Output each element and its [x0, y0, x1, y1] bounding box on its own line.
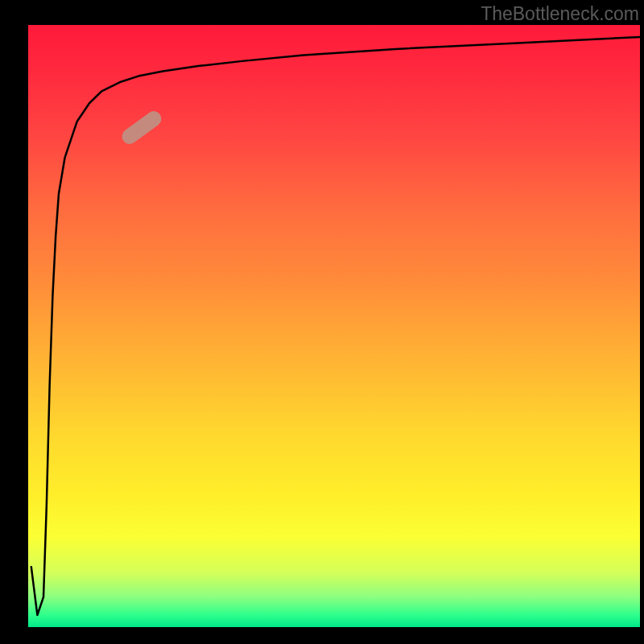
plot-area [28, 25, 640, 627]
watermark-text: TheBottleneck.com [481, 3, 639, 25]
bottleneck-curve [28, 25, 640, 627]
